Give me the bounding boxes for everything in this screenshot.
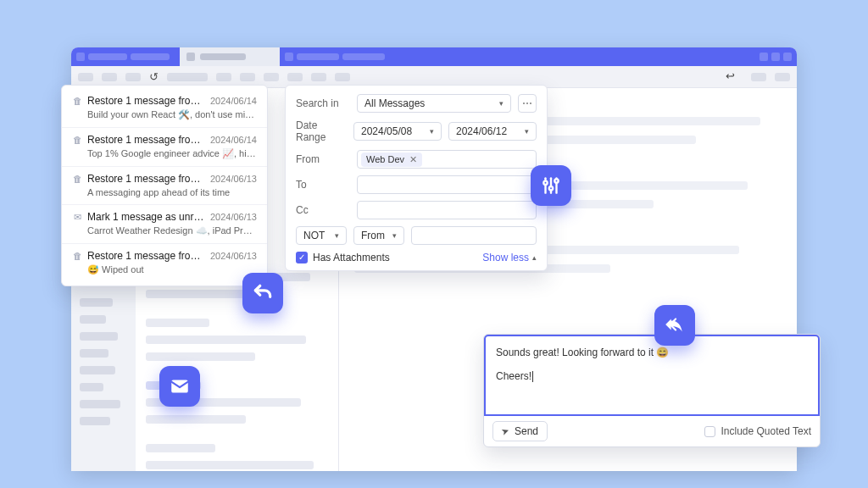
- tab-background-icon[interactable]: [285, 53, 293, 61]
- to-label: To: [296, 179, 350, 191]
- send-button[interactable]: ➤ Send: [492, 421, 548, 441]
- trash-icon: 🗑: [72, 174, 82, 184]
- has-attachments-checkbox[interactable]: Has Attachments: [296, 252, 390, 263]
- svg-point-1: [543, 181, 547, 185]
- reply-all-icon[interactable]: ↩: [726, 69, 735, 82]
- chevron-up-icon: ▴: [532, 253, 537, 262]
- undo-history-popup: 🗑 Restore 1 message from Trash 2024/06/1…: [61, 85, 268, 286]
- titlebar-skeleton: [88, 53, 127, 60]
- trash-icon: 🗑: [72, 251, 82, 261]
- checkbox-unchecked-icon: [704, 426, 715, 437]
- include-quoted-checkbox[interactable]: Include Quoted Text: [704, 425, 811, 437]
- cc-input[interactable]: [357, 201, 537, 219]
- undo-icon[interactable]: ↻: [149, 70, 159, 83]
- to-input[interactable]: [357, 175, 537, 194]
- undo-item-subtitle: Build your own React 🛠️, don't use micro…: [87, 109, 257, 120]
- search-more-button[interactable]: ⋯: [518, 94, 537, 113]
- window-control-icon[interactable]: [76, 53, 85, 61]
- window-maximize-icon[interactable]: [771, 53, 780, 61]
- filters-badge-icon: [531, 165, 571, 206]
- cc-label: Cc: [296, 204, 350, 216]
- titlebar-skeleton: [297, 53, 339, 60]
- compose-editor[interactable]: Sounds great! Looking forward to it 😄 Ch…: [484, 335, 820, 416]
- titlebar-skeleton: [342, 53, 385, 60]
- date-to-select[interactable]: 2024/06/12▾: [448, 122, 537, 141]
- window-minimize-icon[interactable]: [760, 53, 768, 61]
- undo-history-item[interactable]: 🗑 Restore 1 message from Trash 2024/06/1…: [62, 89, 267, 128]
- show-less-link[interactable]: Show less ▴: [482, 252, 537, 263]
- undo-history-item[interactable]: 🗑 Restore 1 message from Trash 2024/06/1…: [62, 128, 267, 167]
- svg-point-5: [554, 179, 558, 182]
- titlebar: [71, 47, 797, 66]
- advanced-search-panel: Search in All Messages▾ ⋯ Date Range 202…: [285, 85, 548, 271]
- undo-item-title: Restore 1 message from Trash: [87, 95, 205, 107]
- undo-badge-icon: [242, 273, 283, 313]
- trash-icon: 🗑: [72, 96, 82, 106]
- from-input[interactable]: Web Dev ✕: [357, 150, 537, 169]
- trash-icon: 🗑: [72, 135, 82, 145]
- reply-all-badge-icon: [654, 305, 695, 346]
- mail-badge-icon: [159, 366, 200, 407]
- svg-point-3: [549, 186, 553, 190]
- from-chip[interactable]: Web Dev ✕: [361, 152, 422, 167]
- search-scope-select[interactable]: All Messages▾: [357, 94, 511, 113]
- from-label: From: [296, 153, 350, 165]
- compose-text-line: Sounds great! Looking forward to it 😄: [496, 345, 808, 360]
- send-icon: ➤: [500, 424, 511, 437]
- boolean-value-input[interactable]: [411, 226, 537, 245]
- compose-reply: Sounds great! Looking forward to it 😄 Ch…: [483, 334, 821, 447]
- window-close-icon[interactable]: [783, 53, 792, 61]
- compose-text-line: Cheers!: [496, 370, 531, 382]
- boolean-field-select[interactable]: From▾: [353, 226, 404, 245]
- date-from-select[interactable]: 2024/05/08▾: [353, 122, 442, 141]
- undo-history-item[interactable]: 🗑 Restore 1 message from Trash 2024/06/1…: [62, 167, 267, 205]
- tab-active[interactable]: [180, 47, 280, 66]
- undo-history-item[interactable]: ✉ Mark 1 message as unread 2024/06/13 Ca…: [62, 205, 267, 244]
- unread-icon: ✉: [72, 212, 82, 223]
- checkbox-checked-icon: [296, 252, 308, 263]
- undo-history-item[interactable]: 🗑 Restore 1 message from Trash 2024/06/1…: [62, 244, 267, 282]
- date-range-label: Date Range: [296, 119, 347, 143]
- search-in-label: Search in: [296, 97, 350, 109]
- chip-remove-icon[interactable]: ✕: [409, 154, 417, 165]
- text-cursor: [532, 371, 533, 382]
- boolean-op-select[interactable]: NOT▾: [296, 226, 347, 245]
- undo-item-date: 2024/06/14: [210, 96, 257, 106]
- titlebar-skeleton: [131, 53, 170, 60]
